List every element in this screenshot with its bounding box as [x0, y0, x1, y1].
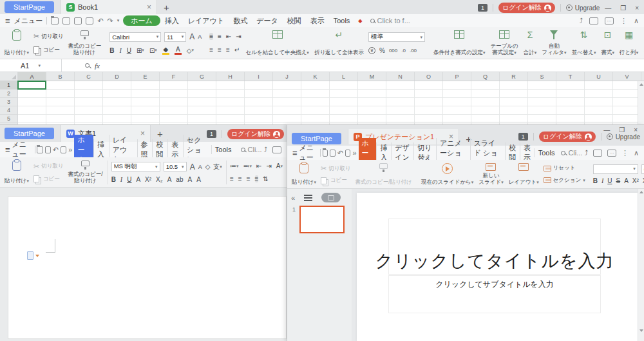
fx-icon[interactable]: fx	[95, 62, 100, 70]
menu-tab[interactable]: 挿入	[160, 16, 184, 25]
align-right-button[interactable]: ≡	[226, 46, 230, 54]
rows-columns-button[interactable]: ▦ 行と列▾	[618, 29, 640, 57]
collapse-ribbon-icon[interactable]: ∧	[634, 149, 639, 157]
slide-scrollbar[interactable]	[638, 189, 644, 341]
search-box[interactable]: Cli...	[241, 146, 262, 153]
open-file-icon[interactable]	[51, 17, 59, 24]
font-size-select[interactable]: 11▾	[164, 32, 186, 42]
justify-button[interactable]: ≡	[255, 175, 259, 182]
align-top-button[interactable]: ≡	[209, 33, 213, 40]
format-letter-button[interactable]: X²	[145, 176, 151, 183]
tab-startpage[interactable]: StartPage	[5, 128, 54, 139]
char-scale-button[interactable]: A▾	[276, 162, 283, 170]
print-preview-icon[interactable]	[86, 17, 93, 24]
decrease-indent-button[interactable]: ⇤	[226, 33, 231, 40]
main-menu-label[interactable]: メニュー	[14, 16, 43, 26]
menu-tab[interactable]: Tools	[329, 16, 355, 25]
outline-view-icon[interactable]	[304, 195, 312, 201]
wrap-text-button[interactable]: ↵ 折り返して全体表示	[312, 29, 366, 57]
column-header[interactable]: V	[613, 72, 641, 81]
align-left-button[interactable]: ≡	[209, 46, 213, 54]
row-header[interactable]: 4	[0, 106, 17, 115]
open-file-icon[interactable]	[323, 150, 328, 157]
tab-startpage[interactable]: StartPage	[5, 1, 54, 13]
section-button[interactable]: セクション▾	[544, 177, 585, 184]
column-header[interactable]: C	[75, 72, 103, 81]
format-letter-button[interactable]: X₂	[156, 176, 163, 183]
row-header[interactable]: 3	[0, 98, 17, 106]
font-color-button[interactable]: A	[175, 46, 182, 55]
cell-style-button[interactable]: ⊡▾	[149, 47, 157, 54]
font-size-select[interactable]: 0▾	[641, 164, 644, 174]
document-count-badge[interactable]: 1	[478, 4, 488, 12]
search-box[interactable]: Click to f...	[370, 17, 410, 24]
slide-view-toggle[interactable]	[321, 193, 341, 202]
select-all-corner[interactable]	[0, 72, 18, 81]
number-format-select[interactable]: 標準▾	[368, 32, 425, 42]
paste-button[interactable]: 貼り付け▾	[3, 29, 31, 57]
close-window-button[interactable]: ×	[635, 5, 639, 12]
sort-button[interactable]: ⇅ 並べ替え▾	[570, 29, 598, 57]
save-icon[interactable]	[330, 150, 336, 157]
conditional-format-button[interactable]: 条件付き書式の設定▾	[431, 29, 487, 57]
redo-icon[interactable]: ↷	[108, 17, 113, 25]
tab-book1[interactable]: S Book1 ×	[61, 0, 157, 14]
menu-tab[interactable]: 表示	[306, 16, 329, 25]
menu-tab[interactable]: 数式	[229, 16, 252, 25]
format-letter-button[interactable]: U	[127, 47, 131, 54]
share-icon[interactable]: ⤴	[579, 17, 583, 24]
align-center-button[interactable]: ≡	[218, 46, 222, 54]
column-header[interactable]: Q	[471, 72, 500, 81]
logout-button[interactable]: ログイン解除	[498, 3, 555, 13]
format-letter-button[interactable]: B	[111, 176, 116, 183]
sum-button[interactable]: Σ 合計▾	[522, 29, 539, 57]
format-letter-button[interactable]: A	[136, 176, 140, 183]
close-tab-icon[interactable]: ×	[135, 3, 151, 12]
format-letter-button[interactable]: ab	[176, 176, 183, 183]
percent-button[interactable]: %	[379, 47, 385, 54]
column-header[interactable]: J	[273, 72, 301, 81]
numbering-button[interactable]: ≕▾	[243, 162, 252, 170]
font-name-select[interactable]: Calibri▾	[109, 32, 161, 42]
restore-button[interactable]: ❐	[619, 126, 625, 133]
vertical-scrollbar[interactable]	[638, 81, 644, 124]
logout-button[interactable]: ログイン解除	[227, 129, 284, 139]
column-header[interactable]: U	[585, 72, 613, 81]
table-format-button[interactable]: テーブルの書式設定▾	[488, 29, 520, 57]
copy-button[interactable]: コピー	[33, 175, 64, 183]
format-letter-button[interactable]: U	[607, 177, 612, 184]
align-left-button[interactable]: ≡	[230, 175, 234, 182]
increase-indent-button[interactable]: ⇥	[266, 162, 271, 170]
font-size-select[interactable]: 10.5▾	[164, 162, 187, 171]
align-middle-button[interactable]: ≡	[218, 33, 222, 40]
bullets-button[interactable]: ≔▾	[230, 162, 239, 170]
align-center-button[interactable]: ≡	[238, 175, 242, 182]
format-button[interactable]: ⊡ 書式▾	[599, 29, 616, 57]
clear-format-button[interactable]: ◇▾	[187, 47, 194, 54]
format-painter-button[interactable]: 書式のコピー/貼り付け	[354, 162, 414, 187]
align-right-button[interactable]: ≡	[247, 175, 251, 182]
row-header[interactable]: 5	[0, 115, 17, 123]
column-header[interactable]: N	[386, 72, 415, 81]
format-painter-button[interactable]: 書式のコピー/貼り付け	[66, 159, 105, 186]
fill-color-button[interactable]: ◆	[162, 46, 169, 55]
clear-format-button[interactable]: ◇	[205, 163, 211, 170]
reset-button[interactable]: リセット	[544, 164, 585, 172]
column-header[interactable]: H	[216, 72, 245, 81]
save-icon[interactable]	[45, 146, 51, 153]
share-icon[interactable]: ⤴	[264, 146, 268, 153]
shrink-font-button[interactable]: A	[198, 164, 202, 170]
grow-font-button[interactable]: A	[189, 32, 194, 41]
main-menu-icon[interactable]: ≡	[5, 16, 10, 26]
currency-button[interactable]: ¥	[368, 47, 375, 54]
comment-icon[interactable]: ⋯	[607, 150, 616, 157]
format-letter-button[interactable]: B	[109, 47, 114, 54]
increase-decimal-button[interactable]: .00	[410, 48, 417, 54]
history-dropdown-icon[interactable]: ▾	[117, 18, 120, 23]
cut-button[interactable]: ✂ 切り取り	[33, 32, 64, 41]
zoom-formula-icon[interactable]	[85, 63, 90, 68]
title-placeholder[interactable]: クリックしてタイトルを入力	[388, 219, 601, 275]
column-header[interactable]: K	[301, 72, 330, 81]
writer-page[interactable]	[8, 196, 287, 339]
scroll-up-icon[interactable]	[639, 83, 643, 86]
